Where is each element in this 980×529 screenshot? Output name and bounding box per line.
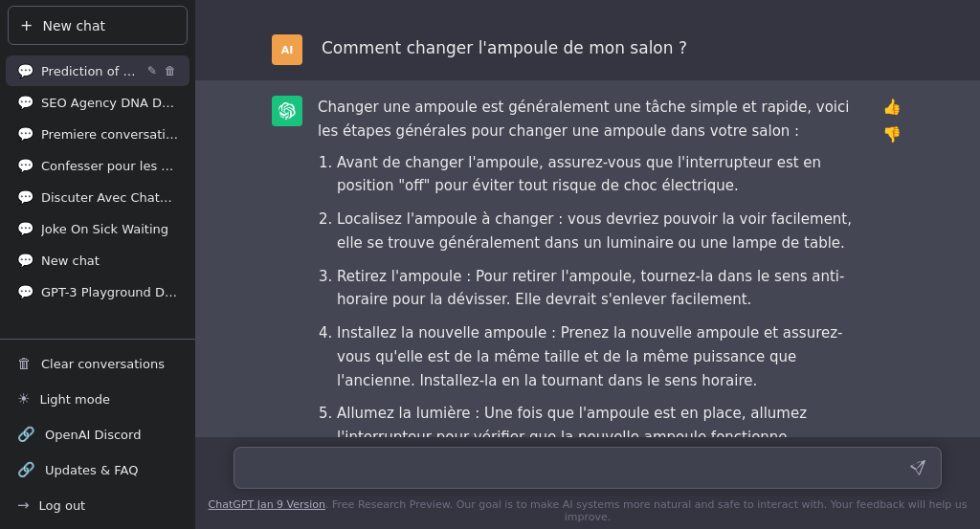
conversation-item[interactable]: 💬 Premiere conversation manqu: [6, 119, 189, 149]
chat-icon: 💬: [17, 189, 33, 205]
plus-icon: +: [20, 16, 33, 34]
chat-icon: 💬: [17, 63, 33, 78]
conversation-label: New chat: [41, 253, 178, 268]
message-action-buttons: 👍 👎: [880, 96, 903, 145]
conversation-item[interactable]: 💬 SEO Agency DNA Description: [6, 87, 189, 118]
edit-icon[interactable]: ✎: [145, 63, 159, 78]
sidebar: + New chat 💬 Prediction of McDonal ✎ 🗑 💬…: [0, 0, 195, 529]
step-5: Allumez la lumière : Une fois que l'ampo…: [337, 402, 865, 437]
updates-label: Updates & FAQ: [45, 463, 138, 477]
step-2: Localisez l'ampoule à changer : vous dev…: [337, 208, 865, 255]
conversation-list: 💬 Prediction of McDonal ✎ 🗑 💬 SEO Agency…: [0, 51, 195, 339]
conv-action-group: ✎ 🗑: [145, 63, 178, 78]
assistant-intro-text: Changer une ampoule est généralement une…: [318, 96, 865, 143]
conversation-label: GPT-3 Playground Date: [41, 285, 178, 299]
footer: ChatGPT Jan 9 Version. Free Research Pre…: [195, 495, 980, 529]
conversation-item[interactable]: 💬 Prediction of McDonal ✎ 🗑: [6, 55, 189, 86]
clear-label: Clear conversations: [41, 357, 165, 371]
user-message-row: AI Comment changer l'ampoule de mon salo…: [195, 19, 980, 80]
user-avatar: AI: [272, 34, 302, 65]
steps-list: Avant de changer l'ampoule, assurez-vous…: [318, 151, 865, 438]
assistant-avatar: [272, 96, 302, 126]
footer-link[interactable]: ChatGPT Jan 9 Version: [209, 498, 325, 511]
new-chat-button[interactable]: + New chat: [8, 6, 188, 45]
chat-icon: 💬: [17, 253, 33, 268]
footer-text: . Free Research Preview. Our goal is to …: [325, 498, 967, 523]
discord-link[interactable]: 🔗 OpenAI Discord: [6, 417, 189, 452]
assistant-message-content: Changer une ampoule est généralement une…: [318, 96, 865, 437]
chat-icon: 💬: [17, 221, 33, 236]
chat-messages: AI Comment changer l'ampoule de mon salo…: [195, 0, 980, 437]
conversation-label: Prediction of McDonal: [41, 64, 138, 78]
discord-icon: 🔗: [17, 426, 35, 443]
conversation-item[interactable]: 💬 Discuter Avec ChatGPT: [6, 182, 189, 212]
light-mode-label: Light mode: [39, 392, 109, 407]
chat-icon: 💬: [17, 126, 33, 142]
thumbs-up-button[interactable]: 👍: [880, 96, 903, 118]
user-message-text: Comment changer l'ampoule de mon salon ?: [322, 34, 903, 61]
conversation-label: Discuter Avec ChatGPT: [41, 190, 178, 205]
conversation-label: SEO Agency DNA Description: [41, 96, 178, 110]
sun-icon: ☀: [17, 390, 30, 408]
updates-faq-link[interactable]: 🔗 Updates & FAQ: [6, 452, 189, 487]
conversation-item[interactable]: 💬 New chat: [6, 245, 189, 276]
main-panel: AI Comment changer l'ampoule de mon salo…: [195, 0, 980, 529]
logout-button[interactable]: → Log out: [6, 488, 189, 522]
avatar-initials: AI: [281, 44, 294, 56]
conversation-label: Confesser pour les péchés?: [41, 159, 178, 173]
conversation-item[interactable]: 💬 Joke On Sick Waiting: [6, 213, 189, 244]
logout-icon: →: [17, 496, 30, 514]
conversation-item[interactable]: 💬 Confesser pour les péchés?: [6, 150, 189, 181]
clear-conversations-button[interactable]: 🗑 Clear conversations: [6, 346, 189, 381]
trash-icon: 🗑: [17, 355, 32, 372]
thumbs-down-button[interactable]: 👎: [880, 123, 903, 145]
chat-icon: 💬: [17, 284, 33, 299]
step-3: Retirez l'ampoule : Pour retirer l'ampou…: [337, 265, 865, 313]
chat-input-wrapper: [234, 447, 942, 489]
conversation-label: Joke On Sick Waiting: [41, 222, 178, 236]
conversation-label: Premiere conversation manqu: [41, 127, 178, 142]
delete-icon[interactable]: 🗑: [163, 63, 178, 78]
chat-input[interactable]: [248, 457, 901, 478]
send-button[interactable]: [908, 458, 927, 477]
faq-icon: 🔗: [17, 461, 35, 478]
step-4: Installez la nouvelle ampoule : Prenez l…: [337, 321, 865, 392]
conversation-item[interactable]: 💬 GPT-3 Playground Date: [6, 276, 189, 307]
chat-icon: 💬: [17, 158, 33, 173]
step-1: Avant de changer l'ampoule, assurez-vous…: [337, 151, 865, 199]
light-mode-button[interactable]: ☀ Light mode: [6, 382, 189, 416]
logout-label: Log out: [39, 498, 86, 513]
discord-label: OpenAI Discord: [45, 428, 141, 442]
sidebar-bottom: 🗑 Clear conversations ☀ Light mode 🔗 Ope…: [0, 339, 195, 529]
send-icon: [910, 460, 925, 475]
new-chat-label: New chat: [42, 18, 105, 33]
openai-logo-icon: [278, 102, 296, 120]
assistant-message-row: Changer une ampoule est généralement une…: [195, 80, 980, 437]
input-area: [195, 437, 980, 495]
chat-icon: 💬: [17, 95, 33, 110]
